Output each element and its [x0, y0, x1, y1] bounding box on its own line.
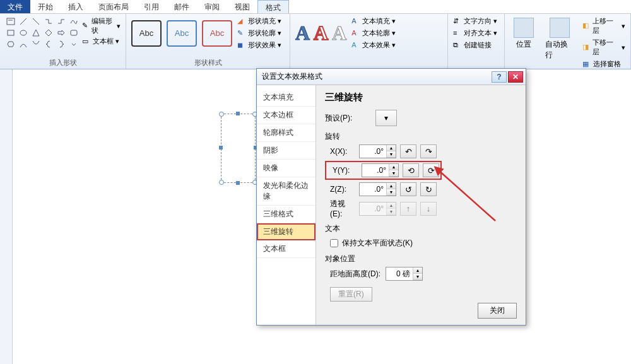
- shape-style-2[interactable]: Abc: [167, 20, 197, 47]
- shape-curve2-icon[interactable]: [30, 39, 42, 49]
- text-outline-button[interactable]: A文本轮廓 ▾: [351, 28, 396, 38]
- svg-line-3: [33, 18, 39, 25]
- shape-line-icon[interactable]: [18, 16, 29, 26]
- distance-spinner[interactable]: ▲▼: [386, 267, 423, 281]
- nav-outline-style[interactable]: 轮廓样式: [257, 124, 316, 142]
- shape-roundrect-icon[interactable]: [68, 28, 80, 38]
- text-effects-button[interactable]: A文本效果 ▾: [351, 40, 396, 50]
- x-rotation-spinner[interactable]: ▲▼: [359, 144, 396, 158]
- x-rotate-left-button[interactable]: ↶: [400, 144, 416, 158]
- tab-format[interactable]: 格式: [257, 0, 289, 13]
- distance-input[interactable]: [386, 269, 413, 278]
- create-link-button[interactable]: ⧉创建链接: [453, 40, 499, 50]
- align-text-button[interactable]: ≡对齐文本 ▾: [453, 28, 499, 38]
- textbox-icon: ▭: [82, 37, 91, 46]
- dialog-titlebar[interactable]: 设置文本效果格式 ? ✕: [257, 69, 526, 85]
- z-rotate-ccw-button[interactable]: ↺: [400, 182, 416, 196]
- position-button[interactable]: 位置: [510, 16, 538, 69]
- group-shape-styles: Abc Abc Abc ◢形状填充 ▾ ✎形状轮廓 ▾ ◼形状效果 ▾ 形状样式: [126, 14, 290, 69]
- y-rotation-input[interactable]: [362, 166, 389, 175]
- shape-diamond-icon[interactable]: [43, 28, 54, 38]
- resize-handle-ml[interactable]: [219, 146, 223, 150]
- tab-insert[interactable]: 插入: [61, 0, 91, 13]
- tab-layout[interactable]: 页面布局: [91, 0, 136, 13]
- text-fill-button[interactable]: A文本填充 ▾: [351, 16, 396, 26]
- z-rotation-input[interactable]: [360, 185, 386, 194]
- shape-line2-icon[interactable]: [30, 16, 42, 26]
- shape-fill-button[interactable]: ◢形状填充 ▾: [237, 16, 281, 26]
- shape-more-icon[interactable]: [68, 39, 80, 49]
- y-spin-down[interactable]: ▼: [389, 170, 398, 177]
- tab-review[interactable]: 审阅: [197, 0, 227, 13]
- nav-text-fill[interactable]: 文本填充: [257, 89, 316, 107]
- send-backward-button[interactable]: ◨下移一层 ▾: [582, 38, 625, 57]
- shape-connector-icon[interactable]: [43, 16, 54, 26]
- preset-dropdown[interactable]: ▾: [375, 110, 397, 126]
- y-rotate-right-button[interactable]: ⟳: [423, 163, 439, 177]
- resize-handle-bl[interactable]: [219, 180, 224, 185]
- group-label-shape-styles: 形状样式: [131, 57, 285, 68]
- shape-style-1[interactable]: Abc: [131, 20, 162, 47]
- shape-outline-button[interactable]: ✎形状轮廓 ▾: [237, 28, 281, 38]
- z-spin-up[interactable]: ▲: [387, 183, 396, 189]
- z-rotation-label: Z(Z):: [325, 185, 355, 194]
- nav-glow[interactable]: 发光和柔化边缘: [257, 177, 316, 206]
- shape-textbox-icon[interactable]: [5, 16, 16, 26]
- shapes-gallery[interactable]: [5, 16, 80, 49]
- z-rotation-spinner[interactable]: ▲▼: [359, 182, 396, 196]
- text-box-button[interactable]: ▭文本框 ▾: [82, 37, 121, 46]
- wordart-style-3[interactable]: A: [332, 21, 346, 45]
- text-direction-button[interactable]: ⇵文字方向 ▾: [453, 16, 499, 26]
- shape-connector2-icon[interactable]: [56, 16, 67, 26]
- selected-textbox[interactable]: [221, 114, 256, 183]
- nav-textbox[interactable]: 文本框: [257, 240, 316, 258]
- x-rotation-input[interactable]: [360, 147, 386, 156]
- x-spin-down[interactable]: ▼: [387, 151, 396, 158]
- shape-curve-icon[interactable]: [18, 39, 29, 49]
- wrap-text-button[interactable]: 自动换行: [541, 16, 579, 69]
- keep-flat-checkbox[interactable]: [330, 239, 338, 247]
- z-spin-down[interactable]: ▼: [387, 189, 396, 196]
- y-rotate-left-button[interactable]: ⟲: [403, 163, 419, 177]
- wordart-style-2[interactable]: A: [314, 21, 328, 45]
- resize-handle-tl[interactable]: [219, 112, 224, 117]
- y-spin-up[interactable]: ▲: [389, 164, 398, 170]
- shape-rect-icon[interactable]: [5, 28, 16, 38]
- dist-spin-down[interactable]: ▼: [413, 274, 422, 280]
- x-rotate-right-button[interactable]: ↷: [420, 144, 437, 158]
- nav-3d-rotation[interactable]: 三维旋转: [257, 223, 316, 240]
- shape-brace-icon[interactable]: [43, 39, 54, 49]
- shape-arrow-icon[interactable]: [56, 28, 67, 38]
- z-rotate-cw-button[interactable]: ↻: [420, 182, 437, 196]
- nav-shadow[interactable]: 阴影: [257, 142, 316, 160]
- dialog-close-button[interactable]: ✕: [508, 71, 523, 83]
- tab-references[interactable]: 引用: [136, 0, 167, 13]
- shape-triangle-icon[interactable]: [30, 28, 42, 38]
- nav-3d-format[interactable]: 三维格式: [257, 206, 316, 223]
- tab-home[interactable]: 开始: [30, 0, 61, 13]
- x-spin-up[interactable]: ▲: [387, 145, 396, 151]
- bring-forward-button[interactable]: ◧上移一层 ▾: [582, 16, 625, 35]
- resize-handle-mt[interactable]: [236, 112, 240, 115]
- selection-pane-button[interactable]: ▦选择窗格: [582, 59, 625, 69]
- shape-brace2-icon[interactable]: [56, 39, 67, 49]
- dist-spin-up[interactable]: ▲: [413, 267, 422, 274]
- shape-effects-button[interactable]: ◼形状效果 ▾: [237, 40, 281, 50]
- dialog-help-button[interactable]: ?: [492, 71, 507, 83]
- close-button[interactable]: 关闭: [478, 303, 517, 319]
- nav-text-border[interactable]: 文本边框: [257, 107, 316, 124]
- shape-hexagon-icon[interactable]: [5, 39, 16, 49]
- shape-freeform-icon[interactable]: [68, 16, 80, 26]
- tab-mail[interactable]: 邮件: [167, 0, 197, 13]
- vertical-ruler: [0, 69, 13, 364]
- tab-view[interactable]: 视图: [227, 0, 257, 13]
- perspective-up-icon: ↑: [406, 204, 411, 213]
- wordart-style-1[interactable]: A: [295, 21, 310, 45]
- edit-shape-button[interactable]: ✎编辑形状 ▾: [82, 16, 121, 35]
- tab-file[interactable]: 文件: [0, 0, 30, 13]
- resize-handle-mb[interactable]: [236, 181, 240, 185]
- shape-ellipse-icon[interactable]: [18, 28, 29, 38]
- shape-style-3[interactable]: Abc: [202, 20, 232, 47]
- y-rotation-spinner[interactable]: ▲▼: [362, 163, 399, 177]
- nav-reflection[interactable]: 映像: [257, 160, 316, 177]
